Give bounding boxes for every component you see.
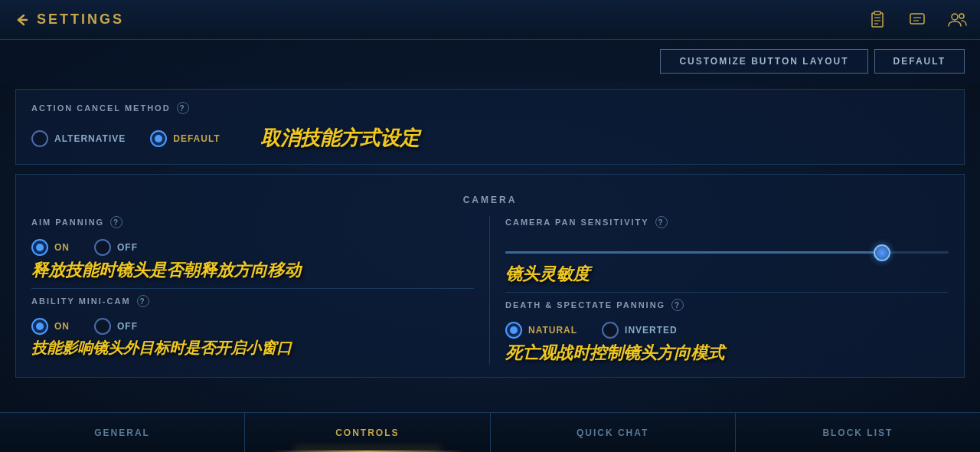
- aim-off-label: OFF: [117, 242, 138, 253]
- cam-pan-sensitivity-info-icon[interactable]: ?: [655, 216, 668, 228]
- death-spectate-title: DEATH & SPECTATE PANNING ?: [505, 299, 949, 311]
- clipboard-icon[interactable]: [867, 9, 888, 31]
- svg-rect-1: [874, 11, 880, 15]
- left-divider: [31, 288, 474, 289]
- minicam-off-circle: [94, 318, 111, 335]
- default-label: DEFAULT: [173, 133, 220, 144]
- slider-thumb[interactable]: [874, 244, 890, 261]
- aim-off-circle: [94, 239, 111, 256]
- default-radio-circle: [150, 130, 167, 147]
- back-icon: [12, 11, 31, 29]
- nav-controls[interactable]: CONTROLS: [245, 413, 490, 452]
- action-cancel-radio-group: ALTERNATIVE DEFAULT 取消技能方式设定: [31, 125, 949, 152]
- aim-panning-info-icon[interactable]: ?: [110, 216, 122, 228]
- cam-pan-sensitivity-annotation: 镜头灵敏度: [505, 263, 949, 286]
- death-spectate-annotation: 死亡观战时控制镜头方向模式: [505, 342, 949, 365]
- action-cancel-section: ACTION CANCEL METHOD ? ALTERNATIVE DEFAU…: [15, 89, 965, 165]
- svg-point-9: [959, 14, 964, 18]
- death-spectate-radio-group: NATURAL INVERTED: [505, 322, 949, 339]
- natural-radio[interactable]: NATURAL: [505, 322, 577, 339]
- aim-on-label: ON: [54, 242, 70, 253]
- ability-mini-cam-annotation: 技能影响镜头外目标时是否开启小窗口: [31, 338, 474, 359]
- slider-track: [505, 251, 949, 254]
- header: SETTINGS: [0, 0, 980, 40]
- inverted-circle: [602, 322, 619, 339]
- death-spectate-info-icon[interactable]: ?: [671, 299, 684, 311]
- inverted-radio[interactable]: INVERTED: [602, 322, 678, 339]
- minicam-on-radio[interactable]: ON: [31, 318, 70, 335]
- alternative-radio-circle: [31, 130, 48, 147]
- nav-quick-chat[interactable]: QUICK CHAT: [491, 413, 736, 452]
- default-button[interactable]: DEFAULT: [874, 49, 965, 74]
- natural-circle: [505, 322, 522, 339]
- svg-point-8: [952, 14, 958, 20]
- action-cancel-annotation: 取消技能方式设定: [260, 125, 420, 152]
- svg-rect-5: [910, 14, 924, 24]
- default-radio[interactable]: DEFAULT: [150, 130, 220, 147]
- aim-off-radio[interactable]: OFF: [94, 239, 138, 256]
- camera-header: CAMERA: [31, 187, 949, 213]
- chat-icon[interactable]: [906, 9, 928, 31]
- action-cancel-title: ACTION CANCEL METHOD ?: [31, 102, 949, 114]
- top-buttons-bar: CUSTOMIZE BUTTON LAYOUT DEFAULT: [0, 40, 980, 83]
- ability-mini-cam-info-icon[interactable]: ?: [137, 295, 149, 307]
- minicam-on-label: ON: [54, 321, 70, 332]
- customize-button-layout-button[interactable]: CUSTOMIZE BUTTON LAYOUT: [660, 49, 867, 74]
- alternative-label: ALTERNATIVE: [54, 133, 126, 144]
- aim-panning-annotation: 释放技能时镜头是否朝释放方向移动: [31, 259, 474, 282]
- nav-block-list[interactable]: BLOCK LIST: [736, 413, 980, 452]
- right-divider: [505, 292, 949, 293]
- aim-on-radio[interactable]: ON: [31, 239, 70, 256]
- cam-pan-slider[interactable]: [505, 245, 949, 260]
- camera-right-column: CAMERA PAN SENSITIVITY ? 镜头灵敏度: [490, 216, 949, 365]
- ability-mini-cam-title: ABILITY MINI-CAM ?: [31, 295, 474, 307]
- bottom-nav: GENERAL CONTROLS QUICK CHAT BLOCK LIST: [0, 412, 980, 452]
- cam-pan-sensitivity-title: CAMERA PAN SENSITIVITY ?: [505, 216, 949, 228]
- alternative-radio[interactable]: ALTERNATIVE: [31, 130, 126, 147]
- minicam-on-circle: [31, 318, 48, 335]
- action-cancel-info-icon[interactable]: ?: [177, 102, 189, 114]
- inverted-label: INVERTED: [625, 325, 678, 336]
- camera-two-column: AIM PANNING ? ON OFF 释放技: [31, 216, 949, 365]
- main-content: ACTION CANCEL METHOD ? ALTERNATIVE DEFAU…: [0, 83, 980, 415]
- ability-mini-cam-radio-group: ON OFF: [31, 318, 474, 335]
- natural-label: NATURAL: [528, 325, 577, 336]
- header-title: SETTINGS: [37, 11, 124, 28]
- aim-panning-title: AIM PANNING ?: [31, 216, 474, 228]
- aim-panning-radio-group: ON OFF: [31, 239, 474, 256]
- minicam-off-label: OFF: [117, 321, 138, 332]
- aim-on-circle: [31, 239, 48, 256]
- nav-general[interactable]: GENERAL: [0, 413, 245, 452]
- minicam-off-radio[interactable]: OFF: [94, 318, 138, 335]
- camera-left-column: AIM PANNING ? ON OFF 释放技: [31, 216, 490, 365]
- users-icon[interactable]: [946, 9, 968, 31]
- slider-fill: [505, 251, 882, 254]
- camera-section: CAMERA AIM PANNING ? ON: [15, 174, 965, 378]
- header-icons: [867, 9, 968, 31]
- back-button[interactable]: SETTINGS: [12, 11, 124, 29]
